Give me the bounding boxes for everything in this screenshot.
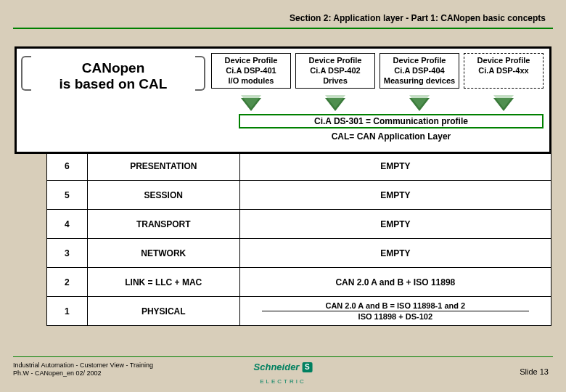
device-profile: Device Profile Ci.A DSP-401 I/O modules (211, 53, 291, 89)
table-row: 1 PHYSICAL CAN 2.0 A and B = ISO 11898-1… (47, 297, 551, 326)
layer-desc: EMPTY (239, 239, 551, 268)
layer-desc: EMPTY (239, 152, 551, 181)
layer-name: LINK = LLC + MAC (87, 268, 239, 297)
schneider-logo: SchneiderS ELECTRIC (254, 360, 313, 386)
cal-bar: CAL= CAN Application Layer (239, 131, 544, 142)
layer-desc: EMPTY (239, 210, 551, 239)
layer-name: NETWORK (87, 239, 239, 268)
device-profile: Device Profile Ci.A DSP-402 Drives (295, 53, 375, 89)
layer-name: TRANSPORT (87, 210, 239, 239)
table-row: 6 PRESENTATION EMPTY (47, 152, 551, 181)
title-line2: is based on CAL (60, 76, 168, 91)
communication-profile-bar: Ci.A DS-301 = Communication profile (239, 114, 544, 128)
footer-text: Industrial Automation - Customer View - … (13, 362, 153, 377)
layer-number: 4 (47, 210, 88, 239)
layer-desc: CAN 2.0 A and B = ISO 11898-1 and 2 ISO … (239, 297, 551, 326)
application-details-box: CANopen is based on CAL Device Profile C… (15, 46, 551, 154)
device-profiles: Device Profile Ci.A DSP-401 I/O modules … (211, 53, 544, 89)
layer-number: 3 (47, 239, 88, 268)
device-profile: Device Profile Ci.A DSP-404 Measuring de… (380, 53, 459, 89)
table-row: 5 SESSION EMPTY (47, 181, 551, 210)
canopen-title: CANopen is based on CAL (22, 53, 204, 94)
device-profile-generic: Device Profile Ci.A DSP-4xx (464, 53, 544, 89)
down-arrow-icon (493, 98, 514, 111)
section-title: Section 2: Application layer - Part 1: C… (0, 0, 566, 28)
logo-square-icon: S (302, 362, 312, 372)
down-arrow-icon (409, 98, 430, 111)
table-row: 3 NETWORK EMPTY (47, 239, 551, 268)
layer-desc: CAN 2.0 A and B + ISO 11898 (239, 268, 551, 297)
down-arrow-icon (241, 98, 261, 111)
footer-rule (13, 356, 553, 358)
slide-number: Slide 13 (520, 367, 549, 376)
bracket-right-icon (195, 56, 205, 91)
layer-name: SESSION (87, 181, 239, 210)
layer-desc: EMPTY (239, 181, 551, 210)
layer-name: PRESENTATION (87, 152, 239, 181)
down-arrows (17, 94, 549, 111)
table-row: 4 TRANSPORT EMPTY (47, 210, 551, 239)
layer-number: 6 (47, 152, 88, 181)
physical-line1: CAN 2.0 A and B = ISO 11898-1 and 2 (240, 301, 551, 311)
title-line1: CANopen (82, 60, 145, 75)
table-row: 2 LINK = LLC + MAC CAN 2.0 A and B + ISO… (47, 268, 551, 297)
physical-line2: ISO 11898 + DS-102 (262, 311, 529, 322)
down-arrow-icon (325, 98, 345, 111)
layer-number: 5 (47, 181, 88, 210)
layer-name: PHYSICAL (87, 297, 239, 326)
layer-number: 2 (47, 268, 88, 297)
layer-number: 1 (47, 297, 88, 326)
header-rule (13, 28, 553, 29)
bracket-left-icon (21, 56, 31, 91)
